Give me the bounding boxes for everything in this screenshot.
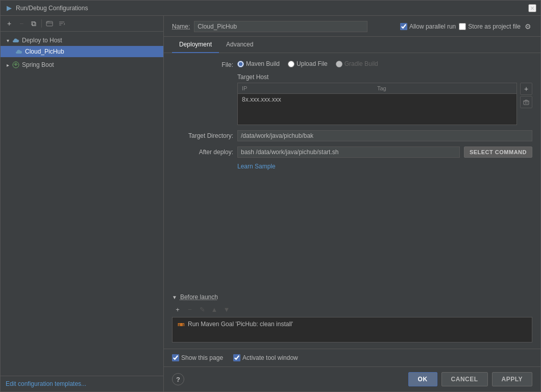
maven-build-label: Maven Build <box>246 60 280 67</box>
settings-gear-button[interactable]: ⚙ <box>524 22 532 31</box>
before-launch-header: ▼ Before launch <box>172 293 532 301</box>
activate-tool-window-label[interactable]: Activate tool window <box>242 354 298 361</box>
gradle-build-label: Gradle Build <box>345 60 378 67</box>
spacer <box>172 175 532 284</box>
sidebar-footer: Edit configuration templates... <box>1 376 163 391</box>
upload-file-label: Upload File <box>297 60 328 67</box>
parallel-run-area: Allow parallel run Store as project file… <box>400 22 532 31</box>
table-side-buttons: + <box>520 83 532 125</box>
tree-expand-arrow: ▾ <box>5 37 11 43</box>
file-radio-group: Maven Build Upload File Gradle Build <box>237 59 378 67</box>
tree-group-spring-boot: ▸ Spring Boot <box>1 58 163 71</box>
ip-column-header: IP <box>242 85 377 91</box>
after-deploy-label: After deploy: <box>172 146 233 156</box>
tag-column-header: Tag <box>377 85 512 91</box>
svg-text:m: m <box>180 322 184 327</box>
table-header: IP Tag <box>238 83 517 94</box>
dialog-icon: ▶ <box>5 4 13 12</box>
main-content: + − ⧉ <box>1 16 540 391</box>
store-as-project-wrapper: Store as project file <box>459 23 521 30</box>
store-as-project-label[interactable]: Store as project file <box>468 23 521 30</box>
name-row: Name: Allow parallel run Store as projec… <box>164 16 540 37</box>
bottom-checkboxes: Show this page Activate tool window <box>164 349 540 366</box>
tree-item-cloud-pichub[interactable]: Cloud_PicHub <box>1 46 163 57</box>
tree-item-spring-boot[interactable]: ▸ Spring Boot <box>1 59 163 70</box>
after-deploy-input[interactable] <box>237 146 460 158</box>
tag-cell <box>377 96 512 103</box>
cloud-icon <box>12 36 20 44</box>
target-host-container: IP Tag 8x.xxx.xxx.xxx + <box>237 83 532 125</box>
cancel-button[interactable]: CANCEL <box>441 372 488 386</box>
footer: ? OK CANCEL APPLY <box>164 366 540 391</box>
bl-add-button[interactable]: + <box>172 304 183 315</box>
target-host-table: IP Tag 8x.xxx.xxx.xxx <box>237 83 517 125</box>
show-this-page-label[interactable]: Show this page <box>181 354 223 361</box>
remove-row-button[interactable] <box>520 96 532 108</box>
create-folder-button[interactable] <box>44 18 55 29</box>
ip-cell: 8x.xxx.xxx.xxx <box>242 96 377 103</box>
run-debug-configurations-dialog: ▶ Run/Debug Configurations × + − ⧉ <box>0 0 541 392</box>
dialog-title: Run/Debug Configurations <box>16 5 528 12</box>
allow-parallel-checkbox[interactable] <box>400 23 407 30</box>
add-row-button[interactable]: + <box>520 83 532 95</box>
svg-point-2 <box>15 64 17 66</box>
tab-deployment[interactable]: Deployment <box>172 37 219 53</box>
sort-button[interactable] <box>56 18 67 29</box>
cloud-pichub-label: Cloud_PicHub <box>25 48 64 55</box>
tree-group-deploy: ▾ Deploy to Host <box>1 34 163 58</box>
edit-templates-link[interactable]: Edit configuration templates... <box>6 380 86 387</box>
tab-advanced[interactable]: Advanced <box>219 37 260 53</box>
before-launch-item[interactable]: m m Run Maven Goal 'PicHub: clean instal… <box>173 317 532 331</box>
target-directory-label: Target Directory: <box>172 130 233 139</box>
close-button[interactable]: × <box>528 4 536 12</box>
apply-button[interactable]: APPLY <box>492 372 532 386</box>
before-launch-toolbar: + − ✎ ▲ ▼ <box>172 304 532 315</box>
table-row[interactable]: 8x.xxx.xxx.xxx <box>238 94 517 105</box>
cloud-pichub-icon <box>15 47 23 56</box>
table-body: 8x.xxx.xxx.xxx <box>238 94 517 125</box>
after-deploy-row: After deploy: SELECT COMMAND <box>172 146 532 158</box>
sidebar-toolbar: + − ⧉ <box>1 16 163 32</box>
bl-down-button[interactable]: ▼ <box>221 304 232 315</box>
file-label: File: <box>172 59 233 68</box>
upload-file-radio[interactable] <box>288 61 294 67</box>
before-launch-arrow[interactable]: ▼ <box>172 295 177 300</box>
title-bar: ▶ Run/Debug Configurations × <box>1 1 540 16</box>
name-input[interactable] <box>194 21 367 32</box>
bl-item-label: Run Maven Goal 'PicHub: clean install' <box>188 321 293 328</box>
maven-icon: m m <box>177 320 185 328</box>
before-launch-section: ▼ Before launch + − ✎ ▲ ▼ <box>172 293 532 342</box>
name-label: Name: <box>172 23 190 30</box>
tree-item-deploy-to-host[interactable]: ▾ Deploy to Host <box>1 35 163 46</box>
before-launch-title: Before launch <box>180 293 218 301</box>
target-host-label: Target Host <box>237 74 532 81</box>
copy-config-button[interactable]: ⧉ <box>28 18 39 29</box>
ok-button[interactable]: OK <box>408 372 437 386</box>
gradle-build-option[interactable]: Gradle Build <box>336 60 378 67</box>
help-button[interactable]: ? <box>172 373 184 385</box>
toolbar-divider <box>41 19 42 28</box>
store-as-project-checkbox[interactable] <box>459 23 466 30</box>
after-deploy-input-area: SELECT COMMAND <box>237 146 532 158</box>
show-this-page-checkbox[interactable] <box>172 354 179 361</box>
tab-content-deployment: File: Maven Build Upload File Gradle <box>164 53 540 349</box>
right-panel: Name: Allow parallel run Store as projec… <box>164 16 540 391</box>
before-launch-list: m m Run Maven Goal 'PicHub: clean instal… <box>172 317 532 342</box>
target-directory-row: Target Directory: <box>172 130 532 141</box>
target-directory-input[interactable] <box>237 130 532 141</box>
maven-build-radio[interactable] <box>237 61 244 67</box>
allow-parallel-label[interactable]: Allow parallel run <box>409 23 456 30</box>
gradle-build-radio <box>336 61 342 67</box>
bl-edit-button[interactable]: ✎ <box>196 304 208 315</box>
bl-up-button[interactable]: ▲ <box>209 304 220 315</box>
add-config-button[interactable]: + <box>4 18 15 29</box>
file-row: File: Maven Build Upload File Gradle <box>172 59 532 68</box>
maven-build-option[interactable]: Maven Build <box>237 60 280 67</box>
learn-sample-link[interactable]: Learn Sample <box>237 163 532 170</box>
remove-config-button[interactable]: − <box>16 18 27 29</box>
allow-parallel-wrapper: Allow parallel run <box>400 23 456 30</box>
activate-tool-window-checkbox[interactable] <box>233 354 240 361</box>
select-command-button[interactable]: SELECT COMMAND <box>464 146 532 158</box>
upload-file-option[interactable]: Upload File <box>288 60 328 67</box>
bl-remove-button[interactable]: − <box>184 304 195 315</box>
